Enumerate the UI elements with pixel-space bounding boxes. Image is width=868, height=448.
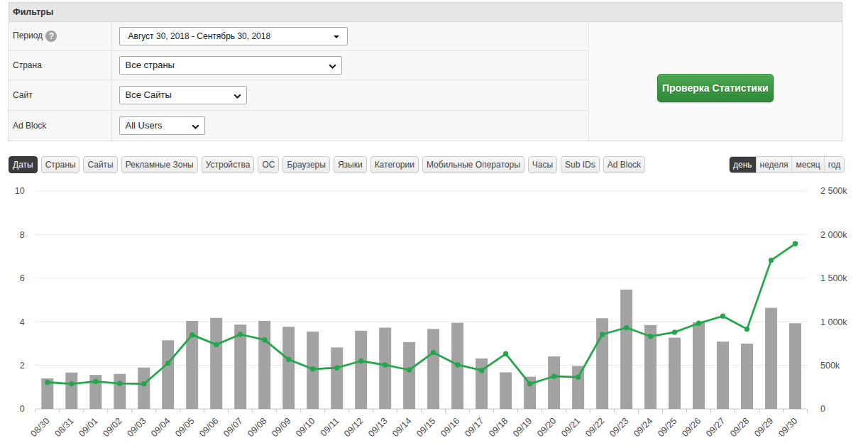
svg-text:09/03: 09/03 (125, 416, 148, 439)
svg-text:0: 0 (20, 404, 25, 414)
svg-text:2 000k: 2 000k (820, 230, 847, 240)
svg-text:09/12: 09/12 (342, 416, 365, 439)
svg-text:09/09: 09/09 (270, 416, 292, 439)
svg-text:1 000k: 1 000k (820, 317, 847, 327)
svg-text:0: 0 (820, 404, 825, 414)
svg-text:09/24: 09/24 (632, 416, 654, 439)
svg-text:08/30: 08/30 (28, 416, 51, 439)
svg-text:09/27: 09/27 (704, 416, 727, 439)
svg-text:09/01: 09/01 (77, 416, 99, 439)
svg-text:09/16: 09/16 (439, 416, 461, 439)
svg-text:09/29: 09/29 (752, 416, 775, 439)
svg-text:09/06: 09/06 (197, 416, 220, 439)
svg-text:09/22: 09/22 (583, 416, 606, 439)
svg-text:2: 2 (20, 361, 25, 371)
svg-text:09/15: 09/15 (414, 416, 437, 439)
svg-text:09/14: 09/14 (390, 416, 413, 439)
svg-text:09/30: 09/30 (776, 416, 799, 439)
svg-text:09/11: 09/11 (319, 416, 341, 439)
svg-text:1 500k: 1 500k (820, 273, 847, 283)
svg-text:08/31: 08/31 (53, 416, 75, 439)
svg-text:09/18: 09/18 (487, 416, 510, 439)
svg-text:09/28: 09/28 (728, 416, 751, 439)
svg-text:09/08: 09/08 (246, 416, 268, 439)
svg-text:09/04: 09/04 (149, 416, 172, 439)
svg-text:09/02: 09/02 (101, 416, 123, 439)
svg-text:09/26: 09/26 (680, 416, 703, 439)
svg-text:09/17: 09/17 (463, 416, 485, 439)
svg-text:09/23: 09/23 (608, 416, 630, 439)
svg-text:09/10: 09/10 (294, 416, 317, 439)
svg-text:09/20: 09/20 (535, 416, 558, 439)
svg-text:09/13: 09/13 (366, 416, 389, 439)
svg-text:09/25: 09/25 (656, 416, 679, 439)
svg-text:09/07: 09/07 (221, 416, 244, 439)
svg-text:8: 8 (20, 230, 25, 240)
svg-text:2 500k: 2 500k (820, 186, 847, 196)
svg-text:4: 4 (20, 317, 25, 327)
svg-text:09/05: 09/05 (173, 416, 196, 439)
svg-text:6: 6 (20, 273, 25, 283)
svg-text:500k: 500k (820, 361, 840, 371)
svg-text:09/19: 09/19 (511, 416, 534, 439)
svg-text:10: 10 (15, 186, 25, 196)
svg-text:09/21: 09/21 (559, 416, 582, 439)
